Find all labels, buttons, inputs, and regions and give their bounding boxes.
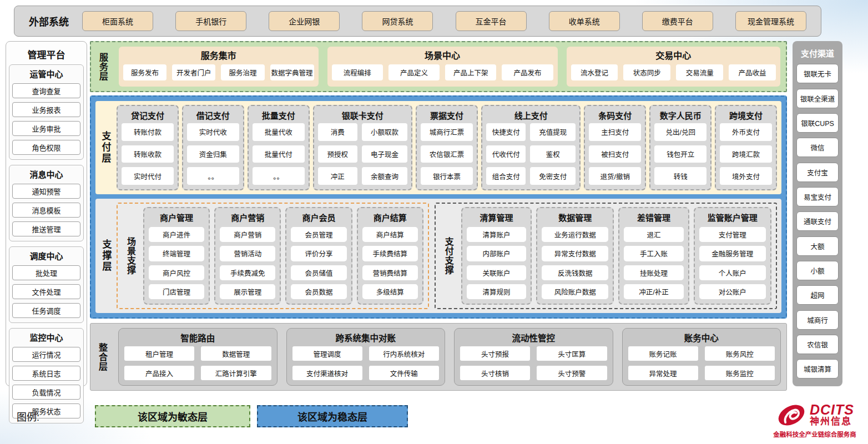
payment-channel-button[interactable]: 易宝支付 [796, 187, 839, 206]
support-item-button[interactable]: 商户营销 [220, 227, 275, 242]
support-item-button[interactable]: 关联账户 [467, 265, 526, 280]
payment-item-button[interactable]: 预授权 [318, 145, 357, 163]
management-item-button[interactable]: 通知预警 [12, 184, 80, 199]
payment-item-button[interactable]: 转账付款 [122, 123, 174, 141]
service-item-button[interactable]: 数据字典管理 [270, 64, 314, 80]
support-item-button[interactable]: 风险账户数据 [542, 284, 608, 299]
payment-channel-button[interactable]: 微信 [796, 138, 839, 157]
support-item-button[interactable]: 异常支付数据 [542, 246, 608, 261]
service-item-button[interactable]: 产品收益 [729, 64, 776, 80]
payment-channel-button[interactable]: 通联支付 [796, 211, 839, 231]
payment-item-button[interactable]: 城商行汇票 [421, 123, 473, 141]
support-item-button[interactable]: 商户结算 [362, 227, 418, 242]
payment-item-button[interactable]: 实时代付 [122, 167, 174, 185]
management-item-button[interactable]: 系统日志 [12, 366, 80, 381]
support-item-button[interactable]: 商户风控 [149, 265, 204, 280]
support-item-button[interactable]: 支付管理 [699, 227, 766, 242]
support-item-button[interactable]: 展示管理 [220, 284, 275, 299]
payment-item-button[interactable]: 退货/撤销 [589, 167, 641, 185]
payment-item-button[interactable]: 冲正 [318, 167, 357, 185]
management-item-button[interactable]: 业务审批 [12, 121, 80, 136]
support-item-button[interactable]: 挂账处理 [624, 265, 683, 280]
service-item-button[interactable]: 流程编排 [332, 64, 383, 80]
support-item-button[interactable]: 终端管理 [149, 246, 204, 261]
management-item-button[interactable]: 角色权限 [12, 140, 80, 155]
integration-item-button[interactable]: 产品接入 [124, 366, 194, 380]
integration-item-button[interactable]: 管理调度 [292, 346, 362, 361]
payment-item-button[interactable]: 资金归集 [187, 145, 239, 163]
payment-channel-button[interactable]: 银联无卡 [796, 64, 839, 83]
external-system-button[interactable]: 网贷系统 [362, 11, 433, 31]
support-item-button[interactable]: 清算规则 [467, 284, 526, 299]
payment-item-button[interactable]: 被扫支付 [589, 145, 641, 163]
support-item-button[interactable]: 门店管理 [149, 284, 204, 299]
external-system-button[interactable]: 收单系统 [549, 11, 620, 31]
payment-channel-button[interactable]: 城银清算 [796, 359, 839, 379]
management-item-button[interactable]: 批处理 [12, 265, 80, 280]
payment-item-button[interactable]: 农信银汇票 [421, 145, 473, 163]
support-item-button[interactable]: 退汇 [624, 227, 683, 242]
support-item-button[interactable]: 多级结算 [362, 284, 418, 299]
support-item-button[interactable]: 商户进件 [149, 227, 204, 242]
integration-item-button[interactable]: 行内系统核对 [369, 346, 439, 361]
service-item-button[interactable]: 开发者门户 [172, 64, 215, 80]
payment-item-button[interactable]: 组合支付 [486, 167, 526, 185]
management-item-button[interactable]: 任务调度 [12, 303, 80, 318]
support-item-button[interactable]: 手续费结算 [362, 246, 418, 261]
payment-item-button[interactable]: 钱包开立 [654, 145, 706, 163]
payment-channel-button[interactable]: 大额 [796, 236, 839, 256]
service-item-button[interactable]: 流水登记 [571, 64, 618, 80]
payment-item-button[interactable]: 兑出/兑回 [654, 123, 706, 141]
integration-item-button[interactable]: 头寸匡算 [537, 346, 607, 361]
support-item-button[interactable]: 营销费结算 [362, 265, 418, 280]
payment-item-button[interactable]: 批量代付 [253, 145, 305, 163]
payment-item-button[interactable]: 转账收款 [122, 145, 174, 163]
support-item-button[interactable]: 对公账户 [699, 284, 766, 299]
payment-channel-button[interactable]: 超网 [796, 285, 839, 305]
external-system-button[interactable]: 手机银行 [175, 11, 246, 31]
service-item-button[interactable]: 产品定义 [388, 64, 440, 80]
payment-channel-button[interactable]: 支付宝 [796, 163, 839, 182]
payment-channel-button[interactable]: 小额 [796, 261, 839, 280]
payment-channel-button[interactable]: 银联全渠道 [796, 89, 839, 108]
integration-item-button[interactable]: 异常处理 [628, 366, 698, 380]
payment-item-button[interactable]: 外币支付 [720, 123, 772, 141]
support-item-button[interactable]: 冲正/补正 [624, 284, 683, 299]
support-item-button[interactable]: 个人账户 [699, 265, 766, 280]
support-item-button[interactable]: 金融服务管理 [699, 246, 766, 261]
payment-item-button[interactable]: 余额查询 [362, 167, 407, 185]
service-item-button[interactable]: 服务治理 [221, 64, 264, 80]
integration-item-button[interactable]: 汇路计算引擎 [201, 366, 271, 380]
payment-channel-button[interactable]: 银联CUPS [796, 113, 839, 133]
payment-item-button[interactable]: 境外支付 [720, 167, 772, 185]
support-item-button[interactable]: 手工入账 [624, 246, 683, 261]
service-item-button[interactable]: 交易流量 [676, 64, 723, 80]
service-item-button[interactable]: 状态同步 [623, 64, 670, 80]
management-item-button[interactable]: 运行情况 [12, 347, 80, 362]
integration-item-button[interactable]: 账务记账 [628, 346, 698, 361]
management-item-button[interactable]: 查询查复 [12, 83, 80, 98]
payment-item-button[interactable]: 。。 [187, 167, 239, 185]
external-system-button[interactable]: 现金管理系统 [735, 11, 806, 31]
integration-item-button[interactable]: 头寸预警 [537, 366, 607, 380]
external-system-button[interactable]: 企业网银 [269, 11, 340, 31]
service-item-button[interactable]: 产品发布 [502, 64, 553, 80]
management-item-button[interactable]: 消息模板 [12, 203, 80, 218]
integration-item-button[interactable]: 数据管理 [201, 346, 271, 361]
external-system-button[interactable]: 互金平台 [456, 11, 527, 31]
payment-item-button[interactable]: 代收代付 [486, 145, 526, 163]
payment-item-button[interactable]: 转钱 [654, 167, 706, 185]
management-item-button[interactable]: 业务报表 [12, 102, 80, 117]
integration-item-button[interactable]: 租户管理 [124, 346, 194, 361]
payment-item-button[interactable]: 小额取款 [362, 123, 407, 141]
payment-item-button[interactable]: 电子现金 [362, 145, 407, 163]
support-item-button[interactable]: 清算账户 [467, 227, 526, 242]
integration-item-button[interactable]: 头寸预报 [460, 346, 530, 361]
support-item-button[interactable]: 内部账户 [467, 246, 526, 261]
support-item-button[interactable]: 评价分享 [291, 246, 346, 261]
integration-item-button[interactable]: 支付渠道核对 [292, 366, 362, 380]
payment-item-button[interactable]: 鉴权 [530, 145, 576, 163]
service-item-button[interactable]: 服务发布 [123, 64, 166, 80]
payment-item-button[interactable]: 快捷支付 [486, 123, 526, 141]
service-item-button[interactable]: 产品上下架 [445, 64, 496, 80]
